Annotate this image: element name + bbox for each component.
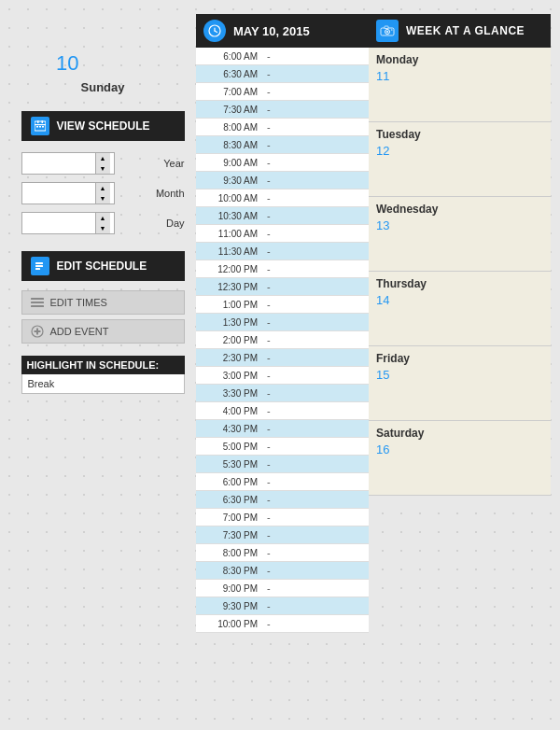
time-dash: - <box>263 50 271 62</box>
time-dash: - <box>263 263 271 274</box>
time-slot[interactable]: 7:30 AM- <box>196 101 369 119</box>
year-input-group[interactable]: 2015 ▲ ▼ <box>21 152 115 175</box>
schedule-panel: MAY 10, 2015 6:00 AM-6:30 AM-7:00 AM-7:3… <box>196 14 369 633</box>
time-dash: - <box>263 157 271 168</box>
month-input[interactable]: May <box>22 183 95 204</box>
time-slot[interactable]: 12:30 PM- <box>196 278 369 296</box>
time-slot[interactable]: 7:00 PM- <box>196 509 369 526</box>
time-slot[interactable]: 6:30 AM- <box>196 65 369 83</box>
time-slot[interactable]: 5:30 PM- <box>196 456 369 473</box>
time-slot[interactable]: 4:00 PM- <box>196 402 369 420</box>
time-label: 9:00 PM <box>196 583 263 594</box>
time-dash: - <box>263 547 271 558</box>
week-day-block: Thursday 14 <box>369 272 551 346</box>
time-slot[interactable]: 8:00 AM- <box>196 119 369 136</box>
day-down-button[interactable]: ▼ <box>96 223 110 233</box>
time-dash: - <box>263 423 271 434</box>
time-slot[interactable]: 2:30 PM- <box>196 349 369 367</box>
day-input-group[interactable]: 10 ▲ ▼ <box>21 212 115 234</box>
time-label: 11:00 AM <box>196 229 263 239</box>
svg-rect-2 <box>37 120 39 123</box>
time-slot[interactable]: 6:30 PM- <box>196 491 369 509</box>
time-slot[interactable]: 8:30 AM- <box>196 136 369 154</box>
week-day-name: Thursday <box>376 277 543 290</box>
time-label: 6:00 AM <box>196 51 263 62</box>
month-input-group[interactable]: May ▲ ▼ <box>21 182 115 204</box>
month-up-button[interactable]: ▲ <box>96 183 110 193</box>
svg-rect-22 <box>385 26 388 29</box>
time-dash: - <box>263 175 271 186</box>
time-slot[interactable]: 9:30 PM- <box>196 597 369 615</box>
time-slot[interactable]: 9:00 AM- <box>196 154 369 172</box>
time-dash: - <box>263 565 271 576</box>
time-slot[interactable]: 6:00 AM- <box>196 48 369 65</box>
month-row: May ▲ ▼ Month <box>21 182 185 204</box>
add-event-button[interactable]: ADD EVENT <box>21 319 185 344</box>
day-input[interactable]: 10 <box>22 213 95 233</box>
week-header-text: WEEK AT A GLANCE <box>406 24 525 37</box>
time-label: 10:00 PM <box>196 619 263 629</box>
add-event-label: ADD EVENT <box>50 326 109 337</box>
time-slot[interactable]: 11:00 AM- <box>196 225 369 243</box>
time-dash: - <box>263 387 271 399</box>
year-spinners: ▲ ▼ <box>95 153 110 174</box>
time-label: 5:00 PM <box>196 442 263 452</box>
year-down-button[interactable]: ▼ <box>96 163 110 174</box>
time-slot[interactable]: 10:30 AM- <box>196 207 369 225</box>
time-label: 4:30 PM <box>196 424 263 434</box>
time-slot[interactable]: 1:00 PM- <box>196 296 369 314</box>
time-slot[interactable]: 10:00 PM- <box>196 615 369 633</box>
view-schedule-button[interactable]: VIEW SCHEDULE <box>21 111 185 141</box>
year-up-button[interactable]: ▲ <box>96 153 110 163</box>
time-slot[interactable]: 7:00 AM- <box>196 83 369 101</box>
svg-rect-4 <box>36 126 38 128</box>
day-spinners: ▲ ▼ <box>95 213 110 233</box>
svg-rect-10 <box>31 298 44 300</box>
time-slot[interactable]: 7:30 PM- <box>196 526 369 544</box>
time-label: 7:30 PM <box>196 530 263 540</box>
time-slot[interactable]: 9:30 AM- <box>196 172 369 190</box>
year-input[interactable]: 2015 <box>22 153 95 174</box>
time-dash: - <box>263 512 271 523</box>
time-slot[interactable]: 8:00 PM- <box>196 544 369 562</box>
time-dash: - <box>263 494 271 505</box>
time-slot[interactable]: 4:30 PM- <box>196 420 369 438</box>
time-slot[interactable]: 6:00 PM- <box>196 473 369 491</box>
time-slot[interactable]: 1:30 PM- <box>196 314 369 331</box>
week-day-block: Tuesday 12 <box>369 122 551 197</box>
clock-icon <box>203 20 226 42</box>
time-label: 1:30 PM <box>196 317 263 328</box>
time-slot[interactable]: 12:00 PM- <box>196 260 369 278</box>
week-day-name: Monday <box>376 53 543 66</box>
week-day-block: Friday 15 <box>369 346 551 421</box>
day-up-button[interactable]: ▲ <box>96 213 110 223</box>
camera-icon <box>376 20 399 42</box>
edit-schedule-button[interactable]: EDIT SCHEDULE <box>21 251 185 281</box>
time-dash: - <box>263 458 271 470</box>
time-slot[interactable]: 9:00 PM- <box>196 580 369 597</box>
time-label: 8:30 AM <box>196 140 263 150</box>
time-dash: - <box>263 104 271 115</box>
time-label: 9:30 AM <box>196 175 263 186</box>
week-day-block: Saturday 16 <box>369 421 551 496</box>
edit-schedule-icon <box>31 257 49 275</box>
week-day-name: Tuesday <box>376 128 543 141</box>
time-slot[interactable]: 3:30 PM- <box>196 385 369 402</box>
time-slot[interactable]: 10:00 AM- <box>196 190 369 207</box>
time-dash: - <box>263 405 271 416</box>
time-dash: - <box>263 441 271 452</box>
time-label: 9:00 AM <box>196 158 263 168</box>
svg-rect-6 <box>42 126 44 128</box>
edit-times-button[interactable]: EDIT TIMES <box>21 290 185 315</box>
week-day-number: 13 <box>376 218 543 232</box>
year-row: 2015 ▲ ▼ Year <box>21 152 185 175</box>
time-slot[interactable]: 2:00 PM- <box>196 331 369 349</box>
month-down-button[interactable]: ▼ <box>96 193 110 204</box>
time-slot[interactable]: 5:00 PM- <box>196 438 369 456</box>
time-label: 2:30 PM <box>196 353 263 363</box>
day-label: Day <box>120 218 185 229</box>
time-slot[interactable]: 11:30 AM- <box>196 243 369 260</box>
time-slot[interactable]: 3:00 PM- <box>196 367 369 385</box>
svg-rect-11 <box>31 302 44 303</box>
time-slot[interactable]: 8:30 PM- <box>196 562 369 580</box>
